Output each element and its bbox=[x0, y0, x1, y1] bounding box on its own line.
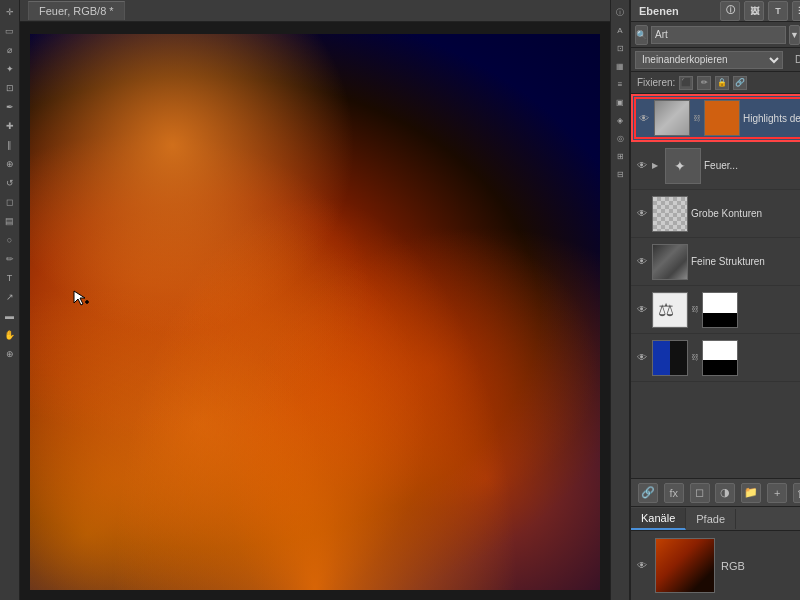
layer-actions: 🔗 fx ◻ ◑ 📁 + 🗑 bbox=[631, 478, 800, 506]
layer-item-feuer[interactable]: 👁 ▶ ✦ Feuer... bbox=[631, 142, 800, 190]
layer-name-highlights: Highlights de bbox=[743, 113, 800, 124]
pen-tool[interactable]: ✏ bbox=[2, 251, 18, 267]
eyedropper-tool[interactable]: ✒ bbox=[2, 99, 18, 115]
layer-name-feine: Feine Strukturen bbox=[691, 256, 800, 267]
filter-icon[interactable]: 🔍 bbox=[635, 25, 648, 45]
clone-tool[interactable]: ⊕ bbox=[2, 156, 18, 172]
healing-tool[interactable]: ✚ bbox=[2, 118, 18, 134]
layers-extra-btn[interactable]: ☰ bbox=[792, 1, 800, 21]
panel-icon-7[interactable]: ◈ bbox=[612, 112, 628, 128]
layers-title: Ebenen bbox=[639, 5, 679, 17]
mid-toolbar: ⓘ A ⊡ ▦ ≡ ▣ ◈ ◎ ⊞ ⊟ bbox=[610, 0, 630, 600]
layer-item-highlights[interactable]: 👁 ⛓ Highlights de bbox=[631, 94, 800, 142]
layer-item-grobe-konturen[interactable]: 👁 Grobe Konturen bbox=[631, 190, 800, 238]
channel-eye[interactable]: 👁 bbox=[635, 559, 649, 573]
panel-icon-6[interactable]: ▣ bbox=[612, 94, 628, 110]
panel-icon-9[interactable]: ⊞ bbox=[612, 148, 628, 164]
magic-wand-tool[interactable]: ✦ bbox=[2, 61, 18, 77]
path-select-tool[interactable]: ↗ bbox=[2, 289, 18, 305]
right-panel: Ebenen ⓘ 🖼 T ☰ 🔍 ▼ 🖼 T ✦ ⚙ Ineinanderkop… bbox=[630, 0, 800, 600]
type-tool[interactable]: T bbox=[2, 270, 18, 286]
channel-rgb-thumbnail bbox=[655, 538, 715, 593]
add-link-btn[interactable]: 🔗 bbox=[638, 483, 658, 503]
layers-toolbar: 🔍 ▼ 🖼 T ✦ ⚙ bbox=[631, 22, 800, 48]
layer-name-feuer: Feuer... bbox=[704, 160, 800, 171]
svg-text:⚖: ⚖ bbox=[658, 300, 674, 320]
layer-eye-feuer[interactable]: 👁 bbox=[635, 159, 649, 173]
layer-thumbnail-adjustment bbox=[652, 340, 688, 376]
layer-mask-highlights bbox=[704, 100, 740, 136]
panel-icon-10[interactable]: ⊟ bbox=[612, 166, 628, 182]
panel-icon-5[interactable]: ≡ bbox=[612, 76, 628, 92]
add-fx-btn[interactable]: fx bbox=[664, 483, 684, 503]
document-tab[interactable]: Feuer, RGB/8 * bbox=[28, 1, 125, 20]
layer-eye-feine[interactable]: 👁 bbox=[635, 255, 649, 269]
layers-menu-btn[interactable]: T bbox=[768, 1, 788, 21]
channel-rgb-label: RGB bbox=[721, 560, 745, 572]
channel-preview: 👁 RGB bbox=[631, 530, 800, 600]
add-group-btn[interactable]: 📁 bbox=[741, 483, 761, 503]
lock-label: Fixieren: bbox=[637, 77, 675, 88]
tab-pfade[interactable]: Pfade bbox=[686, 509, 736, 529]
layer-thumbnail-grobe bbox=[652, 196, 688, 232]
dodge-tool[interactable]: ○ bbox=[2, 232, 18, 248]
panel-icon-8[interactable]: ◎ bbox=[612, 130, 628, 146]
channel-tabs: Kanäle Pfade bbox=[631, 506, 800, 530]
crop-tool[interactable]: ⊡ bbox=[2, 80, 18, 96]
fire-overlay bbox=[30, 34, 600, 590]
zoom-tool[interactable]: ⊕ bbox=[2, 346, 18, 362]
layer-eye-balance[interactable]: 👁 bbox=[635, 303, 649, 317]
lock-all-btn[interactable]: 🔒 bbox=[715, 76, 729, 90]
brush-tool[interactable]: ∥ bbox=[2, 137, 18, 153]
panel-icon-1[interactable]: ⓘ bbox=[612, 4, 628, 20]
svg-text:✦: ✦ bbox=[674, 158, 686, 174]
blend-mode-select[interactable]: Ineinanderkopieren bbox=[635, 51, 783, 69]
layers-header: Ebenen ⓘ 🖼 T ☰ bbox=[631, 0, 800, 22]
layer-thumbnail-balance: ⚖ bbox=[652, 292, 688, 328]
panel-icon-3[interactable]: ⊡ bbox=[612, 40, 628, 56]
canvas-area: Feuer, RGB/8 * bbox=[20, 0, 610, 600]
chain-icon-balance: ⛓ bbox=[691, 305, 699, 314]
add-layer-btn[interactable]: + bbox=[767, 483, 787, 503]
layer-item-balance[interactable]: 👁 ⚖ ⛓ bbox=[631, 286, 800, 334]
layer-thumbnail-feine bbox=[652, 244, 688, 280]
layer-search-input[interactable] bbox=[651, 26, 786, 44]
layer-name-grobe: Grobe Konturen bbox=[691, 208, 800, 219]
layer-item-feine-strukturen[interactable]: 👁 Feine Strukturen bbox=[631, 238, 800, 286]
tab-kanaele[interactable]: Kanäle bbox=[631, 508, 686, 530]
layer-eye-grobe[interactable]: 👁 bbox=[635, 207, 649, 221]
lock-pixels-btn[interactable]: ⬛ bbox=[679, 76, 693, 90]
history-brush-tool[interactable]: ↺ bbox=[2, 175, 18, 191]
layers-image-btn[interactable]: 🖼 bbox=[744, 1, 764, 21]
canvas-image[interactable] bbox=[30, 34, 600, 590]
add-adjustment-btn[interactable]: ◑ bbox=[715, 483, 735, 503]
layer-eye-adjustment[interactable]: 👁 bbox=[635, 351, 649, 365]
panel-icon-2[interactable]: A bbox=[612, 22, 628, 38]
tab-bar: Feuer, RGB/8 * bbox=[20, 0, 610, 22]
blend-mode-row: Ineinanderkopieren De... bbox=[631, 48, 800, 72]
layer-list: 👁 ⛓ Highlights de 👁 ▶ ✦ Feuer... bbox=[631, 94, 800, 478]
move-tool[interactable]: ✛ bbox=[2, 4, 18, 20]
delete-layer-btn[interactable]: 🗑 bbox=[793, 483, 800, 503]
gradient-tool[interactable]: ▤ bbox=[2, 213, 18, 229]
lock-extra-btn[interactable]: 🔗 bbox=[733, 76, 747, 90]
chain-icon-highlights: ⛓ bbox=[693, 114, 701, 123]
layer-eye-highlights[interactable]: 👁 bbox=[637, 111, 651, 125]
lasso-tool[interactable]: ⌀ bbox=[2, 42, 18, 58]
shape-tool[interactable]: ▬ bbox=[2, 308, 18, 324]
layer-mask-balance bbox=[702, 292, 738, 328]
layers-panel: Ebenen ⓘ 🖼 T ☰ 🔍 ▼ 🖼 T ✦ ⚙ Ineinanderkop… bbox=[631, 0, 800, 600]
expand-feuer[interactable]: ▶ bbox=[652, 161, 662, 170]
chain-icon-adjustment: ⛓ bbox=[691, 353, 699, 362]
layers-info-btn[interactable]: ⓘ bbox=[720, 1, 740, 21]
eraser-tool[interactable]: ◻ bbox=[2, 194, 18, 210]
lock-move-btn[interactable]: ✏ bbox=[697, 76, 711, 90]
layer-search-toggle[interactable]: ▼ bbox=[789, 25, 800, 45]
hand-tool[interactable]: ✋ bbox=[2, 327, 18, 343]
layer-mask-adjustment bbox=[702, 340, 738, 376]
left-toolbar: ✛ ▭ ⌀ ✦ ⊡ ✒ ✚ ∥ ⊕ ↺ ◻ ▤ ○ ✏ T ↗ ▬ ✋ ⊕ bbox=[0, 0, 20, 600]
add-mask-btn[interactable]: ◻ bbox=[690, 483, 710, 503]
select-tool[interactable]: ▭ bbox=[2, 23, 18, 39]
layer-item-adjustment[interactable]: 👁 ⛓ bbox=[631, 334, 800, 382]
panel-icon-4[interactable]: ▦ bbox=[612, 58, 628, 74]
